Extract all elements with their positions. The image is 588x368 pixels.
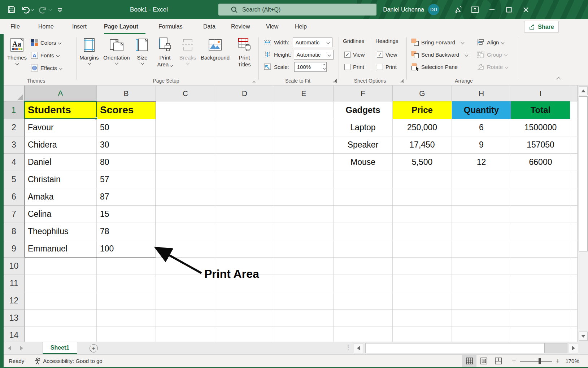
cell-E12[interactable] [274, 292, 334, 310]
cell-F3[interactable]: Speaker [334, 136, 393, 154]
cell-E13[interactable] [274, 310, 334, 327]
zoom-slider-thumb[interactable] [539, 358, 541, 364]
cell-G14[interactable] [393, 327, 452, 342]
row-header-3[interactable]: 3 [4, 136, 25, 154]
column-header-B[interactable]: B [97, 86, 156, 101]
row-header-12[interactable]: 12 [4, 292, 25, 310]
select-all-corner[interactable] [4, 86, 25, 101]
cell-H5[interactable] [452, 171, 511, 188]
page-break-preview-button[interactable] [491, 355, 505, 367]
cell-F11[interactable] [334, 275, 393, 292]
horizontal-scroll-thumb[interactable] [366, 343, 545, 353]
cell-E8[interactable] [274, 223, 334, 240]
cell-C1[interactable] [156, 101, 215, 119]
cell-C2[interactable] [156, 119, 215, 136]
cell-A3[interactable]: Chidera [25, 136, 97, 154]
cell-C4[interactable] [156, 154, 215, 171]
feedback-icon[interactable] [449, 0, 466, 19]
cell-I2[interactable]: 1500000 [511, 119, 570, 136]
cell-I9[interactable] [511, 240, 570, 258]
cell-D13[interactable] [215, 310, 274, 327]
margins-button[interactable]: Margins [78, 36, 100, 64]
cell-D12[interactable] [215, 292, 274, 310]
cell-G2[interactable]: 250,000 [393, 119, 452, 136]
cell-D5[interactable] [215, 171, 274, 188]
column-header-H[interactable]: H [452, 86, 511, 101]
row-header-2[interactable]: 2 [4, 119, 25, 136]
page-setup-dialog-launcher[interactable] [252, 79, 256, 83]
column-header-E[interactable]: E [274, 86, 334, 101]
cell-H14[interactable] [452, 327, 511, 342]
cell-A1[interactable]: Students [25, 101, 97, 119]
cell-F13[interactable] [334, 310, 393, 327]
cell-E5[interactable] [274, 171, 334, 188]
row-header-4[interactable]: 4 [4, 154, 25, 171]
scale-spinner[interactable]: 100% [294, 62, 327, 72]
cell-I6[interactable] [511, 188, 570, 206]
cell-F5[interactable] [334, 171, 393, 188]
cell-E6[interactable] [274, 188, 334, 206]
scroll-up-button[interactable] [579, 86, 588, 95]
cell-I11[interactable] [511, 275, 570, 292]
close-button[interactable] [517, 0, 534, 19]
scrollbar-resize-handle[interactable]: ⋮⋮ [346, 345, 348, 352]
column-header-G[interactable]: G [393, 86, 452, 101]
cell-B3[interactable]: 30 [97, 136, 156, 154]
cell-E3[interactable] [274, 136, 334, 154]
scroll-right-button[interactable] [569, 343, 578, 353]
cell-C9[interactable] [156, 240, 215, 258]
vertical-scrollbar[interactable] [578, 86, 588, 342]
cell-I7[interactable] [511, 206, 570, 223]
headings-view-checkbox[interactable]: View [377, 49, 397, 60]
column-header-C[interactable]: C [156, 86, 215, 101]
effects-button[interactable]: Effects [31, 63, 62, 73]
cell-G8[interactable] [393, 223, 452, 240]
vertical-scroll-thumb[interactable] [579, 96, 588, 251]
cell-H9[interactable] [452, 240, 511, 258]
scroll-left-button[interactable] [354, 343, 363, 353]
cell-H12[interactable] [452, 292, 511, 310]
row-header-8[interactable]: 8 [4, 223, 25, 240]
cell-A14[interactable] [25, 327, 97, 342]
cell-E7[interactable] [274, 206, 334, 223]
background-button[interactable]: Background [199, 36, 232, 61]
tab-insert[interactable]: Insert [72, 19, 87, 34]
normal-view-button[interactable] [462, 355, 476, 367]
cell-I14[interactable] [511, 327, 570, 342]
row-header-13[interactable]: 13 [4, 310, 25, 327]
cell-C13[interactable] [156, 310, 215, 327]
cell-H6[interactable] [452, 188, 511, 206]
tab-data[interactable]: Data [203, 19, 215, 34]
themes-button[interactable]: Aa Themes [6, 36, 27, 65]
cell-H10[interactable] [452, 258, 511, 275]
cell-D2[interactable] [215, 119, 274, 136]
cell-A10[interactable] [25, 258, 97, 275]
cell-G5[interactable] [393, 171, 452, 188]
cell-G1[interactable]: Price [393, 101, 452, 119]
cell-B5[interactable]: 57 [97, 171, 156, 188]
tab-home[interactable]: Home [38, 19, 54, 34]
cell-B13[interactable] [97, 310, 156, 327]
cell-B10[interactable] [97, 258, 156, 275]
size-button[interactable]: Size [134, 36, 150, 64]
cell-B7[interactable]: 15 [97, 206, 156, 223]
bring-forward-button[interactable]: Bring Forward [411, 37, 464, 47]
cell-C3[interactable] [156, 136, 215, 154]
customize-quick-access-icon[interactable] [57, 6, 63, 13]
cell-B8[interactable]: 78 [97, 223, 156, 240]
cell-B12[interactable] [97, 292, 156, 310]
cell-D8[interactable] [215, 223, 274, 240]
cell-G6[interactable] [393, 188, 452, 206]
align-button[interactable]: Align [477, 37, 504, 47]
cell-D14[interactable] [215, 327, 274, 342]
cell-C7[interactable] [156, 206, 215, 223]
cell-D3[interactable] [215, 136, 274, 154]
save-icon[interactable] [7, 5, 16, 14]
cell-D4[interactable] [215, 154, 274, 171]
accessibility-status[interactable]: Accessibility: Good to go [34, 358, 102, 364]
cell-G7[interactable] [393, 206, 452, 223]
minimize-button[interactable] [483, 0, 500, 19]
zoom-slider[interactable] [520, 361, 552, 362]
cell-E4[interactable] [274, 154, 334, 171]
cell-G11[interactable] [393, 275, 452, 292]
